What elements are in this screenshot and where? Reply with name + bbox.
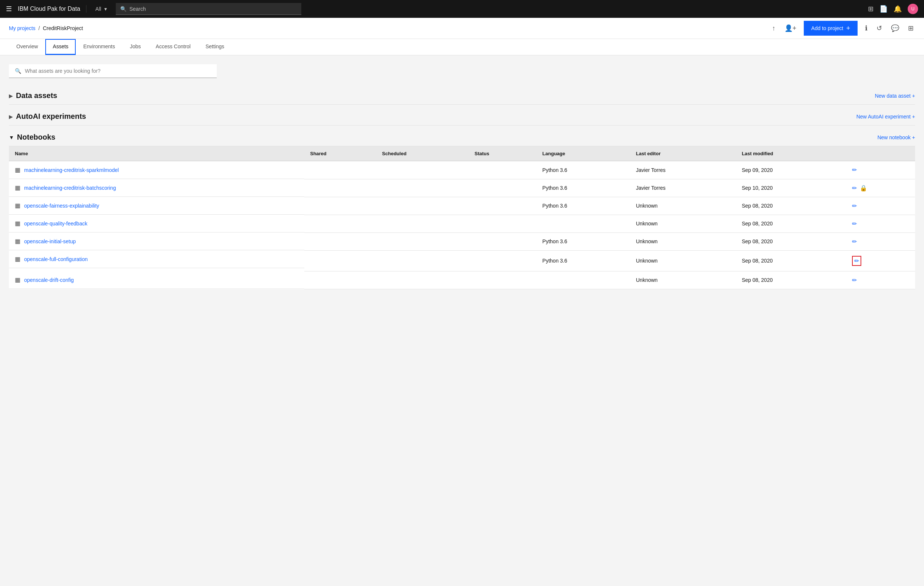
edit-icon[interactable]: ✏ xyxy=(852,276,857,284)
apps-icon[interactable]: ⊞ xyxy=(868,5,873,13)
notebook-icon: ▦ xyxy=(15,166,20,174)
tab-settings[interactable]: Settings xyxy=(198,39,232,55)
hamburger-menu[interactable]: ☰ xyxy=(6,5,12,13)
lock-icon[interactable]: 🔒 xyxy=(860,185,867,192)
asset-search-bar[interactable]: 🔍 xyxy=(9,64,217,78)
top-nav-actions: ⊞ 📄 🔔 U xyxy=(868,4,918,14)
notification-icon[interactable]: 🔔 xyxy=(894,5,902,13)
cell-last-editor: Unknown xyxy=(630,197,736,215)
edit-icon[interactable]: ✏ xyxy=(852,185,857,192)
cell-shared xyxy=(304,197,376,215)
breadcrumb-my-projects[interactable]: My projects xyxy=(9,25,36,31)
cell-actions: ✏ xyxy=(846,271,915,289)
notebooks-collapse-icon[interactable]: ▼ xyxy=(9,134,14,141)
asset-search-icon: 🔍 xyxy=(15,68,21,74)
cell-shared xyxy=(304,271,376,289)
cell-shared xyxy=(304,215,376,232)
layout-button[interactable]: ⊞ xyxy=(907,23,915,34)
cell-name: ▦ openscale-fairness-explainability xyxy=(9,197,304,215)
col-shared: Shared xyxy=(304,146,376,161)
notebook-icon: ▦ xyxy=(15,202,20,209)
cell-last-modified: Sep 08, 2020 xyxy=(736,215,846,232)
cell-scheduled xyxy=(376,271,469,289)
edit-icon[interactable]: ✏ xyxy=(852,238,857,245)
cell-scheduled xyxy=(376,232,469,250)
history-button[interactable]: ↺ xyxy=(875,23,884,34)
upload-button[interactable]: ↑ xyxy=(771,23,777,34)
cell-status xyxy=(469,215,536,232)
data-assets-section-header: ▶ Data assets New data asset + xyxy=(9,87,915,105)
new-autoai-link[interactable]: New AutoAI experiment + xyxy=(856,114,915,119)
edit-icon[interactable]: ✏ xyxy=(852,202,857,209)
edit-icon[interactable]: ✏ xyxy=(852,220,857,227)
edit-icon[interactable]: ✏ xyxy=(852,166,857,174)
cell-name: ▦ machinelearning-creditrisk-sparkmlmode… xyxy=(9,161,304,179)
main-content: 🔍 ▶ Data assets New data asset + ▶ AutoA… xyxy=(0,55,924,298)
notebook-link[interactable]: openscale-fairness-explainability xyxy=(24,203,99,209)
tab-jobs[interactable]: Jobs xyxy=(122,39,148,55)
cell-status xyxy=(469,232,536,250)
col-status: Status xyxy=(469,146,536,161)
table-row: ▦ openscale-drift-config Unknown Sep 08,… xyxy=(9,271,915,289)
notebook-link[interactable]: openscale-full-configuration xyxy=(24,256,87,262)
document-icon[interactable]: 📄 xyxy=(879,5,888,13)
scope-selector[interactable]: All ▾ xyxy=(92,6,110,12)
row-actions: ✏ xyxy=(852,220,909,227)
row-actions: ✏ xyxy=(852,256,909,266)
col-name: Name xyxy=(9,146,304,161)
table-row: ▦ openscale-initial-setup Python 3.6 Unk… xyxy=(9,232,915,250)
tab-access-control[interactable]: Access Control xyxy=(148,39,198,55)
notebook-link[interactable]: openscale-quality-feedback xyxy=(24,220,87,227)
col-last-editor: Last editor xyxy=(630,146,736,161)
cell-last-modified: Sep 08, 2020 xyxy=(736,271,846,289)
new-data-asset-link[interactable]: New data asset + xyxy=(874,93,915,99)
breadcrumb-separator: / xyxy=(39,25,40,31)
tab-environments[interactable]: Environments xyxy=(76,39,122,55)
add-to-project-button[interactable]: Add to project + xyxy=(804,21,858,36)
brand-name: IBM Cloud Pak for Data xyxy=(18,6,80,12)
tab-overview[interactable]: Overview xyxy=(9,39,45,55)
info-button[interactable]: ℹ xyxy=(863,23,869,34)
notebook-link[interactable]: openscale-drift-config xyxy=(24,277,74,283)
cell-status xyxy=(469,179,536,197)
cell-last-editor: Javier Torres xyxy=(630,161,736,179)
cell-name: ▦ openscale-quality-feedback xyxy=(9,215,304,232)
tab-assets[interactable]: Assets xyxy=(45,39,76,55)
notebooks-table-body: ▦ machinelearning-creditrisk-sparkmlmode… xyxy=(9,161,915,289)
cell-shared xyxy=(304,232,376,250)
table-row: ▦ openscale-full-configuration Python 3.… xyxy=(9,250,915,271)
notebook-icon: ▦ xyxy=(15,238,20,245)
cell-scheduled xyxy=(376,250,469,271)
cell-name: ▦ openscale-full-configuration xyxy=(9,250,304,268)
asset-search-input[interactable] xyxy=(25,68,211,74)
cell-last-editor: Unknown xyxy=(630,250,736,271)
data-assets-collapse-icon[interactable]: ▶ xyxy=(9,93,13,99)
col-last-modified: Last modified xyxy=(736,146,846,161)
autoai-collapse-icon[interactable]: ▶ xyxy=(9,114,13,119)
cell-actions: ✏ 🔒 xyxy=(846,179,915,197)
cell-scheduled xyxy=(376,161,469,179)
cell-language: Python 3.6 xyxy=(536,161,630,179)
chat-button[interactable]: 💬 xyxy=(889,23,901,34)
col-language: Language xyxy=(536,146,630,161)
tabs-bar: Overview Assets Environments Jobs Access… xyxy=(0,39,924,55)
search-icon: 🔍 xyxy=(120,6,127,12)
cell-status xyxy=(469,271,536,289)
cell-language: Python 3.6 xyxy=(536,250,630,271)
add-collaborator-button[interactable]: 👤+ xyxy=(783,23,798,34)
row-actions: ✏ xyxy=(852,166,909,174)
global-search[interactable]: 🔍 Search xyxy=(116,3,301,15)
notebook-link[interactable]: openscale-initial-setup xyxy=(24,238,76,244)
new-notebook-link[interactable]: New notebook + xyxy=(877,134,915,141)
cell-status xyxy=(469,161,536,179)
user-avatar[interactable]: U xyxy=(908,4,918,14)
data-assets-title: Data assets xyxy=(16,91,57,100)
notebook-link[interactable]: machinelearning-creditrisk-batchscoring xyxy=(24,185,116,191)
notebook-icon: ▦ xyxy=(15,276,20,283)
breadcrumb-actions: ↑ 👤+ Add to project + ℹ ↺ 💬 ⊞ xyxy=(771,21,915,36)
cell-actions: ✏ xyxy=(846,161,915,179)
cell-shared xyxy=(304,161,376,179)
notebook-link[interactable]: machinelearning-creditrisk-sparkmlmodel xyxy=(24,167,119,173)
cell-last-modified: Sep 08, 2020 xyxy=(736,232,846,250)
edit-icon-highlighted[interactable]: ✏ xyxy=(852,256,861,266)
